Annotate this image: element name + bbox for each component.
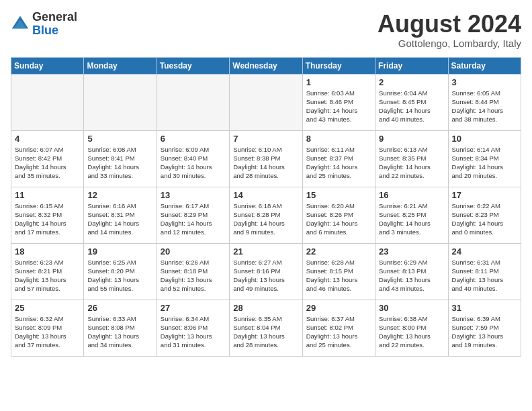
day-number: 7 [233, 134, 298, 144]
calendar-day-cell [11, 74, 84, 130]
calendar-day-cell: 23Sunrise: 6:29 AM Sunset: 8:13 PM Dayli… [375, 243, 448, 300]
day-info: Sunrise: 6:22 AM Sunset: 8:23 PM Dayligh… [452, 201, 517, 237]
calendar-day-cell: 12Sunrise: 6:16 AM Sunset: 8:31 PM Dayli… [84, 187, 157, 243]
calendar-day-cell: 13Sunrise: 6:17 AM Sunset: 8:29 PM Dayli… [157, 187, 229, 243]
day-info: Sunrise: 6:13 AM Sunset: 8:35 PM Dayligh… [379, 145, 444, 181]
day-info: Sunrise: 6:05 AM Sunset: 8:44 PM Dayligh… [452, 89, 517, 124]
calendar-day-cell: 6Sunrise: 6:09 AM Sunset: 8:40 PM Daylig… [157, 130, 229, 187]
day-number: 3 [452, 77, 517, 87]
day-number: 13 [161, 190, 226, 200]
day-number: 23 [379, 246, 444, 257]
day-info: Sunrise: 6:10 AM Sunset: 8:38 PM Dayligh… [233, 145, 298, 181]
day-number: 29 [306, 303, 371, 313]
calendar-day-cell: 10Sunrise: 6:14 AM Sunset: 8:34 PM Dayli… [448, 130, 521, 187]
day-number: 2 [379, 77, 444, 87]
day-info: Sunrise: 6:11 AM Sunset: 8:37 PM Dayligh… [306, 145, 371, 181]
day-info: Sunrise: 6:03 AM Sunset: 8:46 PM Dayligh… [306, 89, 371, 124]
day-number: 31 [452, 303, 517, 313]
calendar-day-cell: 7Sunrise: 6:10 AM Sunset: 8:38 PM Daylig… [230, 130, 302, 187]
day-info: Sunrise: 6:39 AM Sunset: 7:59 PM Dayligh… [452, 314, 517, 350]
day-info: Sunrise: 6:31 AM Sunset: 8:11 PM Dayligh… [452, 258, 517, 293]
weekday-header: Sunday [11, 57, 84, 74]
day-info: Sunrise: 6:14 AM Sunset: 8:34 PM Dayligh… [452, 145, 517, 181]
day-info: Sunrise: 6:04 AM Sunset: 8:45 PM Dayligh… [379, 89, 444, 124]
day-number: 21 [233, 246, 298, 257]
logo-text-line1: General [32, 11, 77, 24]
calendar-body: 1Sunrise: 6:03 AM Sunset: 8:46 PM Daylig… [11, 74, 521, 356]
day-number: 1 [306, 77, 371, 87]
calendar-day-cell: 20Sunrise: 6:26 AM Sunset: 8:18 PM Dayli… [157, 243, 229, 300]
day-info: Sunrise: 6:34 AM Sunset: 8:06 PM Dayligh… [161, 314, 226, 350]
day-number: 17 [452, 190, 517, 200]
day-number: 26 [87, 303, 152, 313]
calendar-day-cell: 31Sunrise: 6:39 AM Sunset: 7:59 PM Dayli… [448, 300, 521, 356]
day-info: Sunrise: 6:38 AM Sunset: 8:00 PM Dayligh… [379, 314, 444, 350]
calendar-day-cell: 5Sunrise: 6:08 AM Sunset: 8:41 PM Daylig… [84, 130, 157, 187]
calendar-day-cell: 2Sunrise: 6:04 AM Sunset: 8:45 PM Daylig… [375, 74, 448, 130]
day-info: Sunrise: 6:35 AM Sunset: 8:04 PM Dayligh… [233, 314, 298, 350]
calendar-day-cell: 14Sunrise: 6:18 AM Sunset: 8:28 PM Dayli… [230, 187, 302, 243]
day-number: 24 [452, 246, 517, 257]
calendar-day-cell [157, 74, 229, 130]
logo: General Blue [11, 11, 77, 38]
day-info: Sunrise: 6:17 AM Sunset: 8:29 PM Dayligh… [161, 201, 226, 237]
day-number: 15 [306, 190, 371, 200]
title-block: August 2024 Gottolengo, Lombardy, Italy [378, 11, 521, 49]
day-info: Sunrise: 6:25 AM Sunset: 8:20 PM Dayligh… [87, 258, 152, 293]
weekday-header: Monday [84, 57, 157, 74]
calendar-title: August 2024 [378, 11, 521, 38]
calendar-day-cell: 25Sunrise: 6:32 AM Sunset: 8:09 PM Dayli… [11, 300, 84, 356]
logo-icon [11, 15, 30, 34]
calendar-subtitle: Gottolengo, Lombardy, Italy [378, 38, 521, 49]
calendar-day-cell: 29Sunrise: 6:37 AM Sunset: 8:02 PM Dayli… [302, 300, 375, 356]
day-number: 12 [87, 190, 152, 200]
calendar-day-cell: 11Sunrise: 6:15 AM Sunset: 8:32 PM Dayli… [11, 187, 84, 243]
calendar-day-cell: 9Sunrise: 6:13 AM Sunset: 8:35 PM Daylig… [375, 130, 448, 187]
weekday-header: Wednesday [230, 57, 302, 74]
calendar-day-cell: 21Sunrise: 6:27 AM Sunset: 8:16 PM Dayli… [230, 243, 302, 300]
calendar-table: SundayMondayTuesdayWednesdayThursdayFrid… [11, 57, 521, 357]
day-number: 25 [15, 303, 80, 313]
day-number: 20 [161, 246, 226, 257]
day-number: 10 [452, 134, 517, 144]
weekday-header: Friday [375, 57, 448, 74]
day-number: 11 [15, 190, 80, 200]
day-number: 18 [15, 246, 80, 257]
day-number: 27 [161, 303, 226, 313]
calendar-day-cell: 8Sunrise: 6:11 AM Sunset: 8:37 PM Daylig… [302, 130, 375, 187]
day-number: 22 [306, 246, 371, 257]
day-info: Sunrise: 6:37 AM Sunset: 8:02 PM Dayligh… [306, 314, 371, 350]
day-info: Sunrise: 6:23 AM Sunset: 8:21 PM Dayligh… [15, 258, 80, 293]
calendar-header: SundayMondayTuesdayWednesdayThursdayFrid… [11, 57, 521, 74]
weekday-header: Tuesday [157, 57, 229, 74]
day-info: Sunrise: 6:21 AM Sunset: 8:25 PM Dayligh… [379, 201, 444, 237]
calendar-day-cell: 26Sunrise: 6:33 AM Sunset: 8:08 PM Dayli… [84, 300, 157, 356]
day-info: Sunrise: 6:27 AM Sunset: 8:16 PM Dayligh… [233, 258, 298, 293]
calendar-day-cell: 18Sunrise: 6:23 AM Sunset: 8:21 PM Dayli… [11, 243, 84, 300]
calendar-week-row: 1Sunrise: 6:03 AM Sunset: 8:46 PM Daylig… [11, 74, 521, 130]
day-number: 9 [379, 134, 444, 144]
day-info: Sunrise: 6:18 AM Sunset: 8:28 PM Dayligh… [233, 201, 298, 237]
day-number: 30 [379, 303, 444, 313]
weekday-row: SundayMondayTuesdayWednesdayThursdayFrid… [11, 57, 521, 74]
calendar-day-cell: 24Sunrise: 6:31 AM Sunset: 8:11 PM Dayli… [448, 243, 521, 300]
day-number: 8 [306, 134, 371, 144]
day-info: Sunrise: 6:26 AM Sunset: 8:18 PM Dayligh… [161, 258, 226, 293]
day-number: 5 [87, 134, 152, 144]
day-info: Sunrise: 6:33 AM Sunset: 8:08 PM Dayligh… [87, 314, 152, 350]
calendar-week-row: 11Sunrise: 6:15 AM Sunset: 8:32 PM Dayli… [11, 187, 521, 243]
page-header: General Blue August 2024 Gottolengo, Lom… [11, 11, 521, 49]
day-info: Sunrise: 6:32 AM Sunset: 8:09 PM Dayligh… [15, 314, 80, 350]
weekday-header: Thursday [302, 57, 375, 74]
calendar-week-row: 4Sunrise: 6:07 AM Sunset: 8:42 PM Daylig… [11, 130, 521, 187]
day-number: 4 [15, 134, 80, 144]
calendar-day-cell [230, 74, 302, 130]
day-info: Sunrise: 6:08 AM Sunset: 8:41 PM Dayligh… [87, 145, 152, 181]
calendar-day-cell: 4Sunrise: 6:07 AM Sunset: 8:42 PM Daylig… [11, 130, 84, 187]
day-number: 14 [233, 190, 298, 200]
calendar-day-cell: 17Sunrise: 6:22 AM Sunset: 8:23 PM Dayli… [448, 187, 521, 243]
logo-text-line2: Blue [32, 24, 77, 38]
calendar-week-row: 18Sunrise: 6:23 AM Sunset: 8:21 PM Dayli… [11, 243, 521, 300]
day-info: Sunrise: 6:28 AM Sunset: 8:15 PM Dayligh… [306, 258, 371, 293]
calendar-day-cell [84, 74, 157, 130]
